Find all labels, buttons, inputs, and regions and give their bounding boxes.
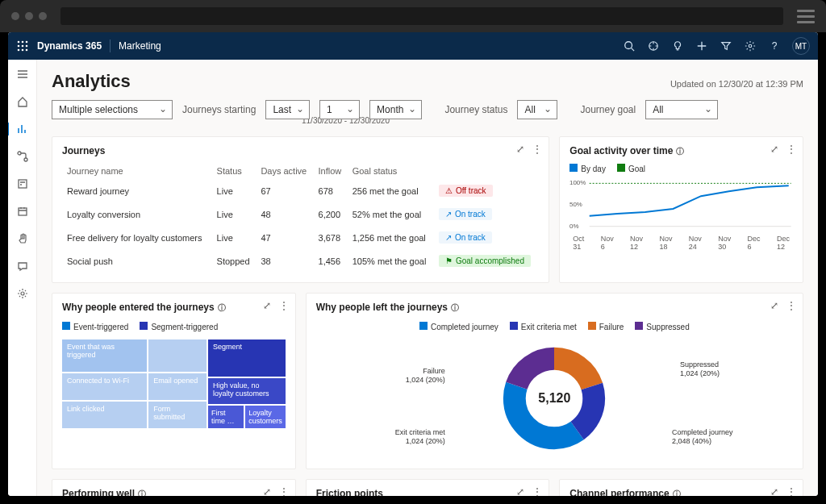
more-icon[interactable]: ⋮ [786,486,796,496]
table-row[interactable]: Free delivery for loyalty customers Live… [62,226,539,249]
friction-points-card: ⤢⋮ Friction points [306,479,550,496]
expand-icon[interactable]: ⤢ [516,486,524,496]
donut-label-exit: Exit criteria met1,024 (20%) [381,428,445,446]
journeys-title: Journeys [62,145,539,156]
more-icon[interactable]: ⋮ [532,144,542,155]
selection-dropdown[interactable]: Multiple selections [52,100,173,119]
plus-icon[interactable] [695,40,708,52]
status-badge: ↗On track [439,231,492,244]
page-title: Analytics [52,71,131,92]
more-icon[interactable]: ⋮ [532,486,542,496]
info-icon[interactable]: ⓘ [676,147,684,156]
topbar: Dynamics 365 Marketing ? MT [8,32,818,60]
svg-point-4 [22,45,24,48]
svg-point-3 [18,45,20,48]
status-badge: ⚑Goal accomplished [439,255,531,267]
expand-icon[interactable]: ⤢ [516,144,524,155]
module-name: Marketing [119,40,161,52]
donut-total: 5,120 [538,391,570,406]
avatar[interactable]: MT [792,37,810,55]
donut-label-failure: Failure1,024 (20%) [389,367,445,385]
browser-chrome [0,0,826,32]
browser-menu-icon[interactable] [797,10,815,23]
journeys-card: ⤢⋮ Journeys Journey name Status Days act… [52,136,549,283]
svg-rect-15 [19,180,27,188]
svg-point-17 [21,292,24,295]
svg-point-6 [18,49,20,52]
expand-icon[interactable]: ⤢ [770,300,778,311]
product-name: Dynamics 365 [37,40,102,52]
more-icon[interactable]: ⋮ [786,144,796,155]
period-unit-dropdown[interactable]: Month [369,100,422,119]
info-icon[interactable]: ⓘ [673,489,681,496]
gear-icon[interactable] [16,287,29,300]
donut-label-suppressed: Suppressed1,024 (20%) [680,360,745,378]
svg-point-7 [22,49,24,52]
svg-point-5 [26,45,28,48]
main-content: Analytics Updated on 12/30/20 at 12:39 P… [37,60,818,496]
table-row[interactable]: Loyalty conversion Live 48 6,200 52% met… [62,202,539,226]
expand-icon[interactable]: ⤢ [770,144,778,155]
info-icon[interactable]: ⓘ [138,489,146,496]
svg-point-0 [18,41,20,44]
expand-icon[interactable]: ⤢ [263,300,271,311]
journeys-starting-label: Journeys starting [182,104,256,115]
calendar-icon[interactable] [16,205,29,218]
svg-point-2 [26,41,28,44]
app-launcher-icon[interactable] [16,40,29,52]
journeys-icon[interactable] [16,150,29,163]
journey-goal-label: Journey goal [580,104,636,115]
analytics-icon[interactable] [8,123,36,135]
svg-text:0%: 0% [569,223,578,230]
table-row[interactable]: Social push Stopped 38 1,456 105% met th… [62,249,539,273]
expand-icon[interactable]: ⤢ [263,486,271,496]
goal-activity-title: Goal activity over time [569,145,673,156]
svg-line-10 [632,48,635,52]
performing-well-card: ⤢⋮ Performing wellⓘ [52,479,296,496]
chat-icon[interactable] [16,260,29,273]
nav-rail [8,60,37,496]
svg-text:50%: 50% [569,201,582,208]
period-mode-dropdown[interactable]: Last [265,100,310,119]
target-icon[interactable] [647,40,660,52]
more-icon[interactable]: ⋮ [786,300,796,311]
expand-icon[interactable]: ⤢ [770,486,778,496]
lightbulb-icon[interactable] [671,40,684,52]
more-icon[interactable]: ⋮ [279,300,289,311]
svg-point-8 [26,49,28,52]
status-badge: ↗On track [439,208,492,220]
treemap-chart: Event that was triggered Connected to Wi… [62,339,286,428]
svg-point-12 [749,44,752,48]
menu-icon[interactable] [16,68,29,81]
status-dropdown[interactable]: All [517,100,557,119]
goal-dropdown[interactable]: All [645,100,718,119]
search-icon[interactable] [623,40,636,52]
settings-icon[interactable] [744,40,757,52]
hand-icon[interactable] [16,232,29,245]
why-left-card: ⤢⋮ Why people left the journeysⓘ Complet… [306,293,803,469]
info-icon[interactable]: ⓘ [451,303,459,312]
url-bar[interactable] [60,7,783,25]
status-badge: ⚠Off track [439,185,493,197]
why-entered-title: Why people entered the journeys [62,302,215,313]
journeys-table: Journey name Status Days active Inflow G… [62,163,539,273]
info-icon[interactable]: ⓘ [218,303,226,312]
updated-timestamp: Updated on 12/30/20 at 12:39 PM [670,79,803,89]
reports-icon[interactable] [16,177,29,190]
svg-rect-16 [19,208,27,215]
period-num-dropdown[interactable]: 1 [319,100,360,119]
table-row[interactable]: Reward journey Live 67 678 256 met the g… [62,179,539,202]
home-icon[interactable] [16,95,29,108]
svg-text:100%: 100% [569,179,586,186]
donut-chart: 5,120 Failure1,024 (20%) Exit criteria m… [316,338,793,459]
donut-label-completed: Completed journey2,048 (40%) [672,428,753,446]
channel-performance-card: ⤢⋮ Channel performanceⓘ [559,479,803,496]
app-window: Dynamics 365 Marketing ? MT [8,32,818,496]
more-icon[interactable]: ⋮ [279,486,289,496]
filter-icon[interactable] [720,40,732,52]
svg-point-14 [24,158,27,161]
journey-status-label: Journey status [444,104,507,115]
help-icon[interactable]: ? [768,40,781,52]
svg-point-9 [625,42,632,49]
goal-activity-chart: 100% 50% 0% Oct31Nov6Nov12Nov18Nov24Nov3… [569,178,793,251]
